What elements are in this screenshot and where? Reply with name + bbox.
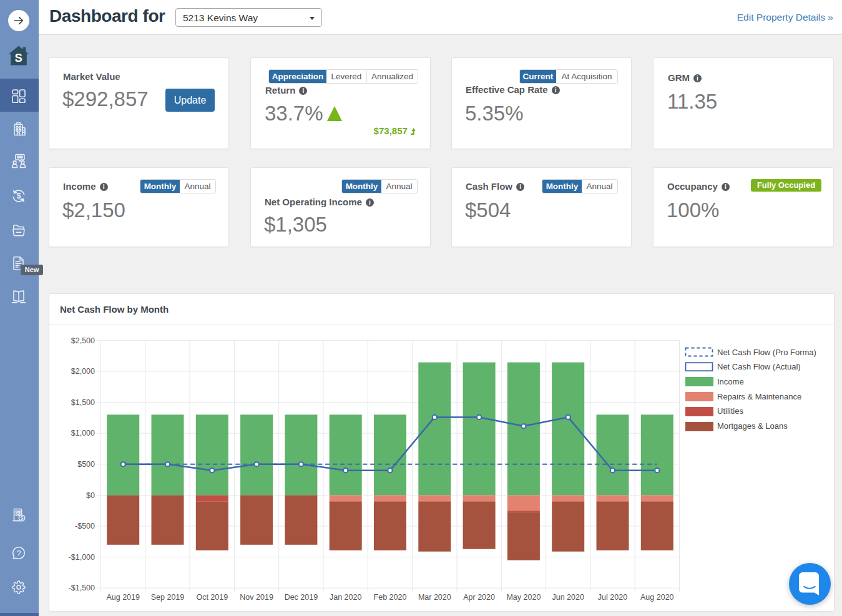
svg-text:Aug 2020: Aug 2020 <box>640 593 674 602</box>
svg-text:$1,500: $1,500 <box>71 398 95 407</box>
svg-text:Aug 2019: Aug 2019 <box>106 593 140 602</box>
svg-text:$0: $0 <box>86 491 95 500</box>
svg-text:$2,500: $2,500 <box>71 336 95 345</box>
svg-text:Income: Income <box>717 377 744 386</box>
svg-text:?: ? <box>16 549 21 558</box>
svg-text:Jun 2020: Jun 2020 <box>552 593 584 602</box>
svg-text:Net Cash Flow (Pro Forma): Net Cash Flow (Pro Forma) <box>717 348 816 357</box>
svg-text:Mortgages & Loans: Mortgages & Loans <box>717 421 788 431</box>
svg-text:May 2020: May 2020 <box>506 593 541 602</box>
svg-text:$: $ <box>20 515 23 521</box>
svg-text:Nov 2019: Nov 2019 <box>240 593 273 602</box>
svg-text:-$1,500: -$1,500 <box>69 584 95 592</box>
svg-text:S: S <box>14 51 22 64</box>
svg-text:Jul 2020: Jul 2020 <box>598 593 627 602</box>
svg-text:$1,000: $1,000 <box>71 429 95 438</box>
svg-text:$500: $500 <box>77 460 95 469</box>
svg-text:Feb 2020: Feb 2020 <box>374 593 407 602</box>
svg-text:Dec 2019: Dec 2019 <box>285 593 318 602</box>
svg-text:Repairs & Maintenance: Repairs & Maintenance <box>717 392 801 401</box>
svg-text:-$1,000: -$1,000 <box>69 553 95 562</box>
svg-text:Apr 2020: Apr 2020 <box>463 593 495 602</box>
svg-text:$2,000: $2,000 <box>71 367 95 376</box>
svg-text:Utilities: Utilities <box>717 406 743 416</box>
svg-text:$: $ <box>17 192 21 200</box>
svg-text:Jan 2020: Jan 2020 <box>330 593 361 602</box>
svg-text:Mar 2020: Mar 2020 <box>418 593 451 602</box>
svg-text:-$500: -$500 <box>75 522 95 530</box>
svg-text:Net Cash Flow (Actual): Net Cash Flow (Actual) <box>717 362 801 371</box>
svg-text:Sep 2019: Sep 2019 <box>151 593 185 602</box>
svg-text:Oct 2019: Oct 2019 <box>196 593 228 602</box>
